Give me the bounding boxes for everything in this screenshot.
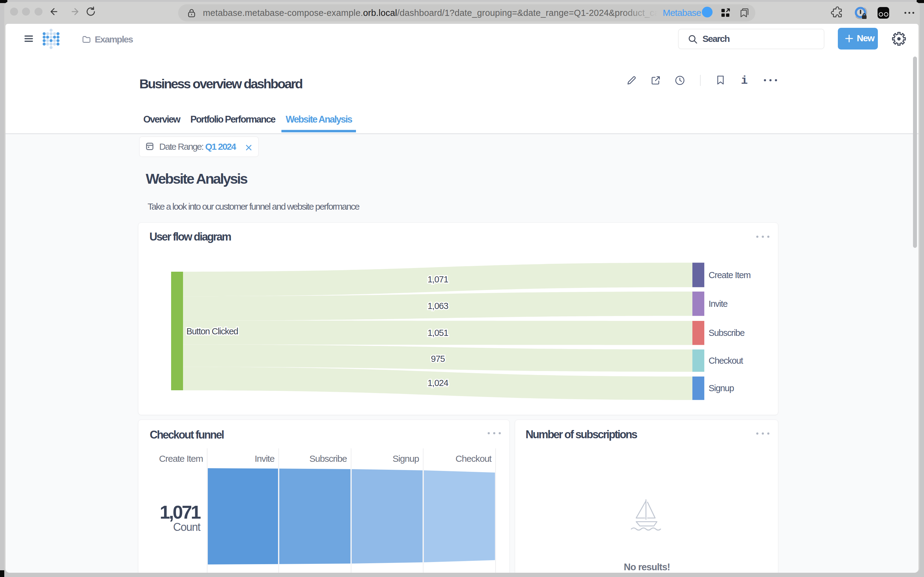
svg-text:Subscribe: Subscribe	[708, 328, 744, 338]
svg-text:Button Clicked: Button Clicked	[187, 326, 238, 336]
svg-text:1,071: 1,071	[160, 502, 201, 522]
svg-text:Invite: Invite	[708, 299, 728, 309]
svg-text:1,063: 1,063	[427, 301, 448, 311]
svg-text:Create Item: Create Item	[708, 270, 750, 280]
svg-text:1,051: 1,051	[427, 328, 448, 338]
svg-text:975: 975	[431, 354, 444, 364]
svg-text:Checkout: Checkout	[456, 453, 492, 464]
svg-text:Signup: Signup	[393, 453, 419, 464]
svg-text:Subscribe: Subscribe	[309, 453, 347, 464]
svg-text:Invite: Invite	[254, 453, 274, 464]
svg-text:Count: Count	[173, 521, 200, 533]
svg-text:Signup: Signup	[708, 383, 734, 393]
svg-text:1,071: 1,071	[427, 274, 448, 284]
svg-text:1,024: 1,024	[427, 378, 448, 388]
svg-text:Checkout: Checkout	[708, 356, 743, 366]
svg-text:Create Item: Create Item	[159, 453, 203, 464]
